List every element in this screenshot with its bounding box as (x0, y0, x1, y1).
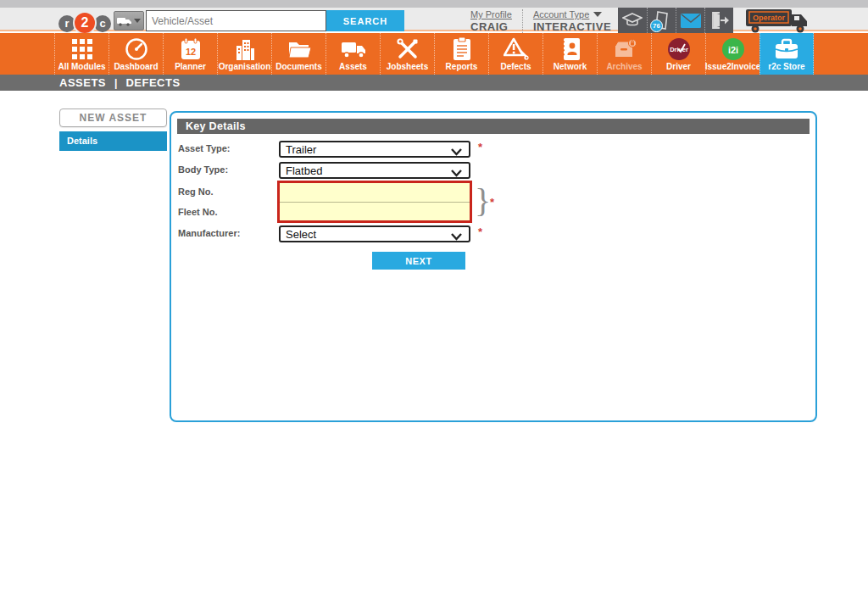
notification-tray: 76 (618, 8, 733, 33)
browser-top-strip (0, 0, 868, 8)
next-button[interactable]: NEXT (372, 252, 465, 270)
key-details-panel: Key Details Asset Type: Trailer * Body T… (170, 111, 817, 422)
asset-type-value: Trailer (286, 143, 316, 156)
group-required-marker: * (490, 196, 494, 209)
asset-type-label: Asset Type: (178, 143, 231, 153)
nav-item-driver[interactable]: Driver Driver (651, 33, 705, 75)
svg-text:2: 2 (81, 15, 89, 30)
nav-item-network[interactable]: Network (542, 33, 597, 75)
svg-text:12: 12 (185, 47, 195, 57)
notification-count-badge: 76 (650, 19, 663, 32)
manufacturer-value: Select (286, 228, 316, 241)
manufacturer-label: Manufacturer: (178, 228, 240, 238)
logout-button[interactable] (704, 8, 733, 33)
nav-item-jobsheets[interactable]: Jobsheets (380, 33, 434, 75)
nav-item-planner[interactable]: 12 Planner (163, 33, 217, 75)
r2c-logo[interactable]: r c 2 (58, 10, 114, 36)
group-brace: } (475, 180, 491, 222)
nav-item-organisation[interactable]: Organisation (217, 33, 271, 75)
account-type-link[interactable]: Account Type (533, 9, 589, 19)
nav-item-all-modules[interactable]: All Modules (54, 33, 108, 75)
nav-item-dashboard[interactable]: Dashboard (108, 33, 163, 75)
clipboard-icon (453, 36, 471, 62)
new-asset-button[interactable]: NEW ASSET (59, 109, 167, 127)
chevron-down-icon (450, 231, 463, 243)
exit-door-icon (710, 12, 729, 29)
svg-text:i2i: i2i (727, 45, 737, 55)
username-label: CRAIG (470, 20, 512, 33)
body-type-label: Body Type: (178, 164, 228, 175)
body-type-select[interactable]: Flatbed (279, 162, 470, 179)
warning-wrench-icon (504, 36, 529, 62)
address-book-icon (560, 36, 581, 62)
folder-icon (287, 36, 311, 62)
account-type-column: Account Type INTERACTIVE (522, 9, 621, 33)
chevron-down-icon (593, 12, 602, 17)
account-type-value: INTERACTIVE (533, 20, 611, 33)
r2c-logo-icon: r c 2 (58, 10, 114, 36)
noticeboard-button[interactable]: 76 (647, 8, 676, 33)
reg-no-input[interactable] (280, 183, 470, 202)
my-profile-column: My Profile CRAIG (460, 9, 522, 33)
vehicle-truck-icon (117, 16, 131, 26)
asset-type-select[interactable]: Trailer (279, 141, 470, 158)
gauge-icon (125, 36, 148, 62)
nav-item-issue2invoice[interactable]: i2i Issue2Invoice (705, 33, 760, 75)
svg-text:Operator: Operator (753, 14, 786, 22)
breadcrumb-separator: | (114, 77, 117, 89)
envelope-icon (681, 14, 701, 28)
manufacturer-select[interactable]: Select (279, 225, 470, 242)
panel-title: Key Details (177, 119, 810, 134)
svg-text:c: c (99, 17, 105, 30)
grid-icon (71, 36, 93, 62)
search-type-dropdown[interactable] (114, 11, 144, 31)
operator-truck-icon: Operator (744, 6, 812, 35)
my-profile-link[interactable]: My Profile (470, 9, 512, 19)
manufacturer-required-marker: * (478, 225, 482, 238)
nav-item-reports[interactable]: Reports (434, 33, 488, 75)
profile-block: My Profile CRAIG Account Type INTERACTIV… (460, 9, 621, 33)
sidebar-tab-details[interactable]: Details (59, 131, 167, 151)
buildings-icon (234, 36, 256, 62)
nav-item-r2c-store[interactable]: r2c Store (760, 33, 814, 75)
calendar-icon: 12 (180, 36, 202, 62)
i2i-circle-icon: i2i (721, 36, 745, 62)
app-window: r c 2 SEARCH My Profile CRAIG (0, 0, 868, 601)
chevron-down-icon (134, 19, 141, 23)
breadcrumb-defects[interactable]: DEFECTS (125, 76, 180, 89)
breadcrumb-assets[interactable]: ASSETS (59, 76, 106, 89)
truck-icon (341, 36, 366, 62)
search-input[interactable] (146, 10, 326, 31)
svg-text:r: r (64, 17, 69, 30)
nav-item-archives[interactable]: Archives (597, 33, 651, 75)
fleet-no-input[interactable] (280, 202, 470, 220)
nav-item-documents[interactable]: Documents (271, 33, 326, 75)
briefcase-icon (775, 36, 798, 62)
chevron-down-icon (450, 146, 463, 159)
reg-no-label: Reg No. (178, 186, 214, 197)
body-type-value: Flatbed (286, 164, 322, 177)
graduation-cap-icon (622, 13, 643, 28)
search-button[interactable]: SEARCH (326, 10, 404, 31)
training-button[interactable] (618, 8, 647, 33)
messages-button[interactable] (676, 8, 704, 33)
driver-circle-icon: Driver (667, 36, 691, 62)
operator-logo[interactable]: Operator (744, 6, 812, 35)
drawer-lock-icon (612, 36, 637, 62)
nav-item-assets[interactable]: Assets (326, 33, 380, 75)
asset-type-required-marker: * (478, 141, 482, 153)
chevron-down-icon (450, 167, 463, 180)
required-fields-group (277, 181, 472, 223)
nav-item-defects[interactable]: Defects (488, 33, 542, 75)
breadcrumb: ASSETS | DEFECTS (0, 75, 868, 91)
top-header-bar: r c 2 SEARCH My Profile CRAIG (0, 8, 868, 31)
tools-icon (396, 36, 420, 62)
main-navigation: All Modules Dashboard 12 Planner (0, 33, 868, 75)
fleet-no-label: Fleet No. (178, 207, 217, 217)
